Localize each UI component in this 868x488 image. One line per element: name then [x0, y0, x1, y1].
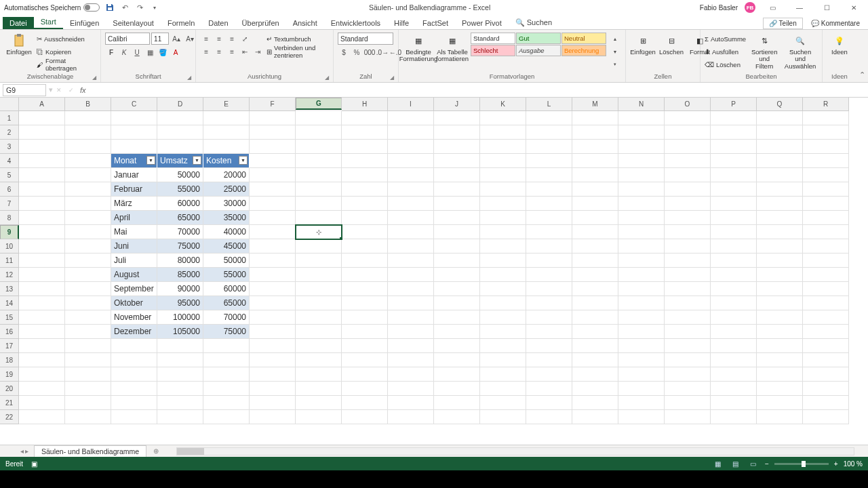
- cell-Q2[interactable]: [757, 125, 803, 140]
- cell-R1[interactable]: [803, 111, 849, 125]
- cell-D18[interactable]: [157, 353, 203, 367]
- cell-D12[interactable]: 85000: [157, 268, 203, 282]
- cell-L16[interactable]: [526, 325, 572, 339]
- cell-J7[interactable]: [434, 197, 480, 211]
- cell-Q15[interactable]: [757, 310, 803, 325]
- cell-I5[interactable]: [388, 168, 434, 182]
- tab-developer[interactable]: Entwicklertools: [324, 17, 387, 29]
- cell-H18[interactable]: [342, 353, 388, 367]
- cell-G13[interactable]: [296, 282, 342, 296]
- cell-F3[interactable]: [250, 140, 296, 154]
- cell-N7[interactable]: [618, 197, 665, 211]
- cell-E10[interactable]: 45000: [203, 239, 250, 253]
- cell-G7[interactable]: [296, 197, 342, 211]
- cell-H9[interactable]: [342, 225, 388, 239]
- cell-A3[interactable]: [19, 140, 65, 154]
- cell-F15[interactable]: [250, 310, 296, 325]
- cell-O8[interactable]: [665, 211, 711, 225]
- cell-I21[interactable]: [388, 396, 434, 410]
- cell-K17[interactable]: [480, 339, 526, 353]
- cell-N1[interactable]: [618, 111, 665, 125]
- cell-D5[interactable]: 50000: [157, 168, 203, 182]
- cell-M15[interactable]: [572, 310, 618, 325]
- column-header-O[interactable]: O: [665, 98, 711, 111]
- cell-N19[interactable]: [618, 367, 665, 382]
- cell-G3[interactable]: [296, 140, 342, 154]
- border-button[interactable]: ▦: [144, 46, 156, 58]
- cell-C7[interactable]: März: [111, 197, 157, 211]
- cell-D15[interactable]: 100000: [157, 310, 203, 325]
- add-sheet-button[interactable]: ⊕: [151, 446, 161, 457]
- row-header-7[interactable]: 7: [0, 197, 19, 211]
- column-header-G[interactable]: G: [296, 98, 342, 110]
- cell-P12[interactable]: [711, 268, 757, 282]
- spreadsheet-grid[interactable]: ABCDEFGHIJKLMNOPQR 123456789101112131415…: [0, 98, 868, 445]
- launcher-icon[interactable]: ◢: [92, 75, 96, 81]
- cell-P1[interactable]: [711, 111, 757, 125]
- normal-view-icon[interactable]: ▦: [712, 459, 724, 468]
- paste-button[interactable]: Einfügen: [4, 33, 34, 57]
- page-break-view-icon[interactable]: ▭: [747, 459, 760, 468]
- cell-I13[interactable]: [388, 282, 434, 296]
- qat-customize-icon[interactable]: ▾: [150, 3, 159, 12]
- macro-record-icon[interactable]: ▣: [31, 460, 37, 468]
- cell-I18[interactable]: [388, 353, 434, 367]
- cell-C20[interactable]: [111, 382, 157, 396]
- cell-M16[interactable]: [572, 325, 618, 339]
- row-header-2[interactable]: 2: [0, 125, 19, 140]
- increase-decimal-icon[interactable]: .0→: [376, 46, 389, 58]
- cell-P14[interactable]: [711, 296, 757, 310]
- cell-I1[interactable]: [388, 111, 434, 125]
- number-format-select[interactable]: Standard: [338, 33, 393, 45]
- cell-J18[interactable]: [434, 353, 480, 367]
- cell-O20[interactable]: [665, 382, 711, 396]
- style-schlecht[interactable]: Schlecht: [471, 45, 515, 56]
- tab-view[interactable]: Ansicht: [286, 17, 324, 29]
- cell-M17[interactable]: [572, 339, 618, 353]
- cell-Q19[interactable]: [757, 367, 803, 382]
- cell-P6[interactable]: [711, 182, 757, 197]
- cell-F7[interactable]: [250, 197, 296, 211]
- ideas-button[interactable]: 💡Ideen: [827, 33, 852, 57]
- page-layout-view-icon[interactable]: ▤: [730, 459, 742, 468]
- cell-Q10[interactable]: [757, 239, 803, 253]
- cell-D11[interactable]: 80000: [157, 253, 203, 268]
- cell-C17[interactable]: [111, 339, 157, 353]
- align-middle-icon[interactable]: ≡: [213, 33, 225, 45]
- cell-L1[interactable]: [526, 111, 572, 125]
- cell-J1[interactable]: [434, 111, 480, 125]
- cell-F14[interactable]: [250, 296, 296, 310]
- cell-K11[interactable]: [480, 253, 526, 268]
- cell-K7[interactable]: [480, 197, 526, 211]
- cell-B16[interactable]: [65, 325, 111, 339]
- row-header-17[interactable]: 17: [0, 339, 19, 353]
- cell-K22[interactable]: [480, 410, 526, 424]
- conditional-formatting-button[interactable]: ▦ Bedingte Formatierung: [403, 33, 434, 64]
- align-center-icon[interactable]: ≡: [213, 45, 225, 58]
- cell-J21[interactable]: [434, 396, 480, 410]
- cell-P22[interactable]: [711, 410, 757, 424]
- wrap-text-button[interactable]: ↵Textumbruch: [267, 33, 329, 45]
- cell-Q7[interactable]: [757, 197, 803, 211]
- row-header-19[interactable]: 19: [0, 367, 19, 382]
- cell-F20[interactable]: [250, 382, 296, 396]
- cell-M8[interactable]: [572, 211, 618, 225]
- cut-button[interactable]: ✂Ausschneiden: [37, 33, 96, 45]
- column-header-N[interactable]: N: [618, 98, 665, 111]
- cell-A8[interactable]: [19, 211, 65, 225]
- row-header-1[interactable]: 1: [0, 111, 19, 125]
- increase-font-icon[interactable]: A▴: [170, 33, 182, 45]
- cell-J12[interactable]: [434, 268, 480, 282]
- cell-R4[interactable]: [803, 154, 849, 168]
- styles-more-icon[interactable]: ▾: [609, 58, 621, 70]
- column-header-E[interactable]: E: [203, 98, 250, 111]
- cell-O12[interactable]: [665, 268, 711, 282]
- cell-Q5[interactable]: [757, 168, 803, 182]
- cell-E7[interactable]: 30000: [203, 197, 250, 211]
- cell-B9[interactable]: [65, 225, 111, 239]
- tab-powerpivot[interactable]: Power Pivot: [455, 17, 509, 29]
- cell-H12[interactable]: [342, 268, 388, 282]
- font-name-select[interactable]: Calibri: [105, 33, 150, 45]
- cell-L3[interactable]: [526, 140, 572, 154]
- share-button[interactable]: 🔗 Teilen: [763, 18, 803, 29]
